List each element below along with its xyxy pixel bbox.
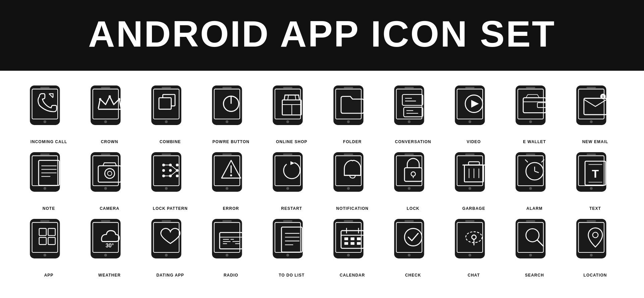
icons-grid: INCOMING CALL CROWN COMBINE POWRE BUTTON	[20, 84, 624, 278]
icon-item-notification: NOTIFICATION	[324, 151, 381, 211]
svg-point-28	[286, 120, 289, 123]
svg-point-207	[408, 254, 410, 256]
icon-label-camera: CAMERA	[100, 206, 119, 211]
svg-rect-101	[214, 156, 239, 186]
svg-rect-146	[587, 154, 596, 155]
icon-item-crown: CROWN	[81, 84, 138, 144]
svg-point-51	[468, 120, 471, 123]
icon-label-chat: CHAT	[468, 273, 480, 278]
icon-label-check: CHECK	[405, 273, 421, 278]
svg-rect-73	[40, 154, 50, 155]
svg-point-138	[529, 187, 532, 190]
icon-label-location: LOCATION	[584, 273, 607, 278]
phone-icon-conversation	[391, 84, 435, 136]
svg-point-37	[347, 120, 350, 123]
svg-rect-203	[357, 242, 361, 245]
phone-icon-folder	[331, 84, 374, 136]
icon-item-radio: RADIO	[202, 218, 260, 278]
svg-point-116	[347, 187, 350, 190]
icon-label-radio: RADIO	[224, 273, 238, 278]
svg-rect-109	[283, 154, 292, 155]
svg-rect-20	[214, 89, 239, 119]
svg-point-8	[104, 120, 107, 123]
icon-item-online-shop: ONLINE SHOP	[263, 84, 320, 144]
icon-item-restart: RESTART	[263, 151, 320, 211]
svg-rect-167	[162, 220, 171, 222]
icon-label-dating-app: DATING APP	[156, 273, 184, 278]
svg-point-67	[590, 120, 592, 123]
svg-text:T: T	[592, 167, 599, 180]
phone-icon-text: T	[574, 151, 617, 203]
svg-rect-82	[101, 154, 110, 155]
svg-rect-200	[357, 237, 361, 240]
phone-icon-radio	[209, 218, 253, 270]
icon-label-power-button: POWRE BUTTON	[212, 139, 249, 144]
svg-text:30°: 30°	[105, 242, 114, 248]
svg-point-121	[408, 187, 410, 190]
icon-label-new-email: NEW EMAIL	[582, 139, 608, 144]
phone-icon-calendar	[331, 218, 374, 270]
icon-label-calendar: CALENDAR	[340, 273, 365, 278]
phone-icon-power-button	[209, 84, 253, 136]
svg-point-16	[165, 120, 167, 123]
icon-label-e-wallet: E WALLET	[523, 139, 546, 144]
svg-rect-201	[344, 242, 348, 245]
svg-rect-7	[101, 87, 110, 88]
svg-rect-199	[351, 237, 354, 240]
phone-icon-dating-app	[149, 218, 192, 270]
svg-rect-56	[526, 87, 535, 88]
page-title: ANDROID APP ICON SET	[0, 13, 644, 54]
phone-icon-app	[27, 218, 71, 270]
svg-point-93	[176, 164, 178, 166]
icon-item-video: VIDEO	[445, 84, 502, 144]
svg-rect-15	[162, 87, 171, 88]
svg-point-225	[590, 254, 592, 256]
phone-icon-crown	[88, 84, 131, 136]
icon-label-crown: CROWN	[101, 139, 118, 144]
phone-icon-e-wallet	[513, 84, 556, 136]
svg-rect-39	[396, 89, 422, 119]
svg-point-110	[286, 187, 289, 190]
svg-rect-166	[153, 223, 179, 252]
phone-icon-lock-pattern	[149, 151, 192, 203]
svg-rect-198	[344, 237, 348, 240]
svg-rect-108	[275, 156, 300, 186]
icon-label-alarm: ALARM	[526, 206, 542, 211]
svg-rect-137	[526, 154, 535, 155]
svg-rect-36	[344, 87, 353, 88]
svg-text:1: 1	[602, 95, 604, 98]
icon-label-incoming-call: INCOMING CALL	[31, 139, 67, 144]
icon-item-incoming-call: INCOMING CALL	[20, 84, 77, 144]
svg-rect-211	[465, 220, 475, 222]
icon-item-note: NOTE	[20, 151, 77, 211]
icon-label-weather: WEATHER	[98, 273, 121, 278]
phone-icon-new-email: 1	[574, 84, 617, 136]
svg-point-172	[225, 254, 228, 256]
phone-icon-check	[391, 218, 435, 270]
svg-rect-171	[222, 220, 232, 222]
icon-label-conversation: CONVERSATION	[395, 139, 431, 144]
svg-point-184	[286, 254, 289, 256]
svg-point-22	[225, 120, 228, 123]
icon-item-camera: CAMERA	[81, 151, 138, 211]
icon-item-garbage: GARBAGE	[445, 151, 502, 211]
icon-item-lock-pattern: LOCK PATTERN	[142, 151, 199, 211]
svg-point-12	[118, 98, 120, 100]
svg-point-10	[99, 98, 101, 100]
svg-point-90	[165, 187, 167, 190]
phone-icon-note	[27, 151, 71, 203]
svg-rect-127	[465, 154, 475, 155]
icon-item-combine: COMBINE	[142, 84, 199, 144]
svg-rect-50	[465, 87, 475, 88]
icon-label-app: APP	[44, 273, 54, 278]
icon-label-error: ERROR	[223, 206, 239, 211]
icon-item-new-email: 1 NEW EMAIL	[567, 84, 624, 144]
svg-point-106	[230, 174, 232, 176]
icon-label-note: NOTE	[43, 206, 55, 211]
icon-label-lock-pattern: LOCK PATTERN	[153, 206, 187, 211]
svg-point-41	[408, 120, 410, 123]
icon-label-notification: NOTIFICATION	[336, 206, 368, 211]
icon-item-location: LOCATION	[567, 218, 624, 278]
phone-icon-camera	[88, 151, 131, 203]
svg-rect-136	[518, 156, 543, 186]
